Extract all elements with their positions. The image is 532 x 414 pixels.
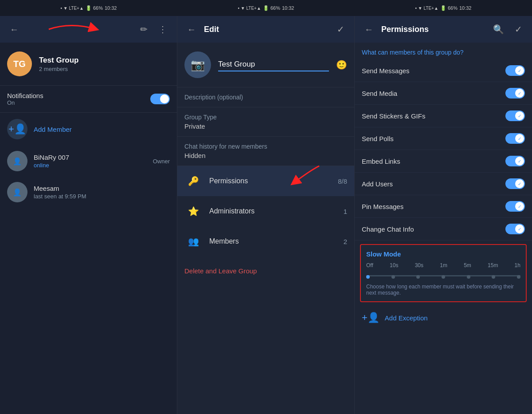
- add-exception-row[interactable]: +👤 Add Exception: [355, 306, 532, 330]
- members-menu-item[interactable]: 👥 Members 2: [177, 226, 354, 256]
- time-center: 10:32: [282, 5, 294, 11]
- group-members-count: 2 members: [39, 66, 78, 72]
- back-button-p1[interactable]: ←: [7, 22, 21, 37]
- slow-mode-30s: 30s: [415, 262, 423, 268]
- dot-4: [467, 275, 470, 279]
- notifications-toggle[interactable]: [150, 94, 170, 104]
- perm-send-stickers[interactable]: Send Stickers & GIFs ✓: [355, 105, 532, 127]
- back-button-edit[interactable]: ←: [184, 22, 199, 37]
- slow-mode-description: Choose how long each member must wait be…: [366, 284, 520, 296]
- member-avatar-binary: 👤: [7, 151, 27, 171]
- edit-panel-header: ← Edit ✓: [177, 16, 354, 43]
- slow-mode-off: Off: [366, 262, 373, 268]
- time-right: 10:32: [459, 5, 472, 11]
- slow-mode-15m: 15m: [488, 262, 498, 268]
- notifications-row[interactable]: Notifications On: [0, 86, 177, 113]
- permissions-title: Permissions: [381, 25, 485, 34]
- battery-left: 🔋 66%: [86, 5, 103, 11]
- red-arrow-1: [44, 20, 102, 39]
- search-button[interactable]: 🔍: [490, 21, 507, 37]
- add-exception-icon: +👤: [362, 312, 379, 323]
- perm-embed-links[interactable]: Embed Links ✓: [355, 150, 532, 173]
- edit-avatar-section: 📷 🙂: [177, 43, 354, 87]
- status-left: • ▼ LTE+▲ 🔋 66% 10:32: [0, 5, 177, 11]
- confirm-edit-icon[interactable]: ✓: [334, 21, 347, 37]
- battery-right: 🔋 66%: [440, 5, 458, 11]
- group-type-section[interactable]: Group Type Private: [177, 107, 354, 137]
- administrators-badge: 1: [344, 208, 347, 215]
- permissions-menu-item[interactable]: 🔑 Permissions 8/8: [177, 166, 354, 196]
- perm-change-chat-info-toggle[interactable]: ✓: [505, 224, 525, 234]
- perm-send-media-label: Send Media: [362, 90, 505, 97]
- add-exception-label[interactable]: Add Exception: [385, 314, 428, 322]
- chat-history-label: Chat history for new members: [184, 143, 347, 150]
- status-bar: • ▼ LTE+▲ 🔋 66% 10:32 • ▼ LTE+▲ 🔋 66% 10…: [0, 0, 532, 16]
- perm-send-media-toggle[interactable]: ✓: [505, 88, 525, 99]
- member-item-meesam[interactable]: 👤 Meesam last seen at 9:59 PM: [0, 177, 177, 208]
- edit-icon[interactable]: ✏: [137, 21, 150, 37]
- perm-pin-messages-label: Pin Messages: [362, 203, 505, 210]
- perm-send-polls-toggle[interactable]: ✓: [505, 133, 525, 144]
- notifications-label: Notifications: [7, 92, 150, 99]
- group-name: Test Group: [39, 56, 78, 65]
- add-member-row[interactable]: +👤 Add Member: [0, 113, 177, 146]
- slow-mode-1h: 1h: [515, 262, 520, 268]
- dot-3: [442, 275, 445, 279]
- perm-send-media[interactable]: Send Media ✓: [355, 82, 532, 105]
- battery-center: 🔋 66%: [263, 5, 280, 11]
- member-avatar-meesam: 👤: [7, 182, 27, 202]
- slow-mode-slider[interactable]: [366, 271, 520, 280]
- perm-add-users-label: Add Users: [362, 180, 505, 188]
- perm-send-polls[interactable]: Send Polls ✓: [355, 127, 532, 150]
- permissions-icon: 🔑: [184, 172, 202, 190]
- member-item-binary[interactable]: 👤 BiNaRy 007 online Owner: [0, 146, 177, 177]
- group-info-panel: ← ✏ ⋮ TG Test Group 2 memb: [0, 16, 177, 414]
- permissions-header: ← Permissions 🔍 ✓: [355, 16, 532, 43]
- group-profile-section: TG Test Group 2 members: [0, 43, 177, 86]
- chat-history-section[interactable]: Chat history for new members Hidden: [177, 137, 354, 166]
- permissions-list: Send Messages ✓ Send Media ✓ Send Sticke…: [355, 59, 532, 241]
- signal-center-icon: • ▼ LTE+▲: [238, 6, 261, 11]
- dot-5: [492, 275, 495, 279]
- group-type-value: Private: [184, 122, 347, 130]
- description-label: Description (optional): [184, 94, 347, 101]
- edit-avatar[interactable]: 📷: [184, 51, 211, 78]
- group-name-input[interactable]: [218, 58, 329, 71]
- permissions-label: Permissions: [209, 177, 331, 185]
- perm-pin-messages-toggle[interactable]: ✓: [505, 201, 525, 212]
- delete-group-row[interactable]: Delete and Leave Group: [177, 260, 354, 282]
- administrators-label: Administrators: [209, 207, 336, 215]
- member-status-binary: online: [34, 162, 147, 169]
- member-role-binary: Owner: [153, 158, 170, 165]
- more-icon[interactable]: ⋮: [156, 21, 170, 37]
- perm-send-messages-label: Send Messages: [362, 67, 505, 75]
- signal-right-icon: • ▼ LTE+▲: [415, 6, 438, 11]
- permissions-badge: 8/8: [338, 177, 347, 185]
- perm-embed-links-toggle[interactable]: ✓: [505, 156, 525, 166]
- add-member-icon: +👤: [7, 119, 27, 139]
- emoji-icon[interactable]: 🙂: [336, 59, 347, 70]
- dot-0: [366, 275, 370, 279]
- panel1-header: ← ✏ ⋮: [0, 16, 177, 43]
- slider-dots: [366, 275, 520, 279]
- perm-change-chat-info[interactable]: Change Chat Info ✓: [355, 218, 532, 241]
- slow-mode-1m: 1m: [440, 262, 447, 268]
- dot-6: [517, 275, 520, 279]
- perm-add-users-toggle[interactable]: ✓: [505, 178, 525, 189]
- perm-send-stickers-toggle[interactable]: ✓: [505, 110, 525, 121]
- back-button-perms[interactable]: ←: [362, 22, 376, 37]
- administrators-menu-item[interactable]: ⭐ Administrators 1: [177, 196, 354, 226]
- perm-send-messages-toggle[interactable]: ✓: [505, 65, 525, 76]
- perm-embed-links-label: Embed Links: [362, 158, 505, 165]
- status-center: • ▼ LTE+▲ 🔋 66% 10:32: [177, 5, 355, 11]
- perm-add-users[interactable]: Add Users ✓: [355, 173, 532, 195]
- edit-panel: ← Edit ✓ 📷 🙂 Description (optional) Grou…: [177, 16, 355, 414]
- delete-group-label[interactable]: Delete and Leave Group: [184, 267, 257, 275]
- administrators-icon: ⭐: [184, 202, 202, 220]
- confirm-perms-icon[interactable]: ✓: [512, 21, 525, 37]
- members-label: Members: [209, 237, 336, 245]
- slider-track: [366, 275, 520, 276]
- edit-title: Edit: [204, 25, 329, 34]
- perm-send-messages[interactable]: Send Messages ✓: [355, 59, 532, 82]
- perm-pin-messages[interactable]: Pin Messages ✓: [355, 195, 532, 218]
